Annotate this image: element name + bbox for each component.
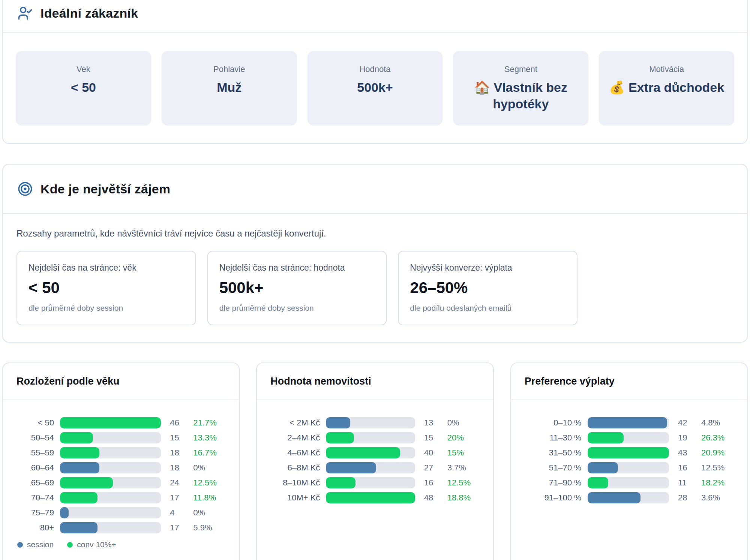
stat-card-label: Hodnota [316,64,435,74]
bar-row-conversion: 0% [193,508,225,518]
bar-fill [588,417,667,428]
bar-fill [588,462,618,473]
bar-row-count: 16 [678,463,695,473]
bar-row-count: 15 [424,433,441,443]
bar-row: 75–7940% [16,507,225,518]
bar-fill [326,477,356,488]
bar-row-label: < 50 [16,418,54,428]
bar-track [588,492,669,503]
range-card-caption: dle průměrné doby session [28,304,184,313]
bar-track [326,462,415,473]
chart-panel-1: Rozložení podle věku< 504621.7%50–541513… [2,362,240,560]
bar-row-count: 17 [170,523,187,533]
interest-title: Kde je největší zájem [40,182,170,196]
ideal-customer-cards: Vek< 50PohlavieMužHodnota500k+Segment🏠 V… [3,33,747,143]
bar-row-label: 4–6M Kč [270,448,320,458]
bar-row-label: < 2M Kč [270,418,320,428]
bar-fill [60,507,69,518]
bar-row-label: 60–64 [16,463,54,473]
bar-fill [588,492,640,503]
stat-card: PohlavieMuž [162,51,297,126]
bar-row: 70–741711.8% [16,492,225,503]
bar-track [326,492,415,503]
target-icon [17,181,33,197]
stat-card-value-text: < 50 [71,80,96,94]
chart-header: Preference výplaty [511,363,747,400]
bar-row-conversion: 20.9% [701,448,734,458]
bar-fill [60,477,113,488]
bar-track [60,507,161,518]
range-card-title: Nejdelší čas na stránce: věk [28,263,184,273]
stat-card-value-text: Extra důchodek [628,80,724,94]
bar-row: 80+175.9% [16,522,225,533]
stat-card-value: < 50 [24,79,143,96]
chart-header: Hodnota nemovitosti [257,363,493,400]
range-card-value: 500k+ [219,279,375,297]
range-card: Nejvyšší konverze: výplata26–50%dle podí… [398,251,578,325]
legend-dot [17,542,23,548]
bar-fill [60,522,98,533]
bar-row-conversion: 0% [193,463,225,473]
stat-card-value-text: Vlastník bez hypotéky [493,80,567,111]
stat-card: Segment🏠 Vlastník bez hypotéky [453,51,588,126]
bar-track [60,477,161,488]
bar-row: < 504621.7% [16,417,225,428]
bar-row: 50–541513.3% [16,432,225,443]
range-card-caption: dle průměrné doby session [219,304,375,313]
chart-panel-3: Preference výplaty0–10 %424.8%11–30 %192… [510,362,748,560]
bar-row-label: 71–90 % [525,478,582,488]
interest-header: Kde je největší zájem [3,165,747,214]
range-card-caption: dle podílu odeslaných emailů [410,304,566,313]
user-check-icon [17,5,33,21]
stat-card-label: Segment [461,64,580,74]
bar-row-conversion: 4.8% [701,418,734,428]
bar-track [60,447,161,458]
stat-card-value: Muž [170,79,289,96]
bar-fill [326,447,400,458]
bar-row-count: 18 [170,448,187,458]
bar-track [588,447,669,458]
bar-fill [326,492,415,503]
bar-row-conversion: 18.2% [701,478,734,488]
bar-row: 0–10 %424.8% [525,417,734,428]
bar-track [588,462,669,473]
bar-track [326,477,415,488]
bar-row-label: 91–100 % [525,493,582,503]
bar-row-count: 27 [424,463,441,473]
range-card: Nejdelší čas na stránce: věk< 50dle prům… [16,251,196,325]
chart-legend: sessionconv 10%+ [16,540,225,549]
bar-row-count: 42 [678,418,695,428]
bar-fill [326,417,350,428]
bar-row-label: 75–79 [16,508,54,518]
bar-track [588,417,669,428]
bar-row-count: 48 [424,493,441,503]
bar-fill [588,447,669,458]
stat-card-value: 500k+ [316,79,435,96]
bar-fill [326,462,376,473]
bar-row-conversion: 12.5% [447,478,480,488]
legend-item: session [17,540,54,549]
bar-row-label: 70–74 [16,493,54,503]
bar-row-conversion: 16.7% [193,448,225,458]
bar-row-count: 19 [678,433,695,443]
bar-row-count: 17 [170,493,187,503]
bar-row-conversion: 13.3% [193,433,225,443]
bar-track [326,447,415,458]
bar-row-label: 10M+ Kč [270,493,320,503]
bar-row-conversion: 0% [447,418,480,428]
bar-fill [588,477,609,488]
bar-row: 91–100 %283.6% [525,492,734,503]
interest-body: Rozsahy parametrů, kde návštěvníci tráví… [3,214,747,342]
bar-row: 55–591816.7% [16,447,225,458]
chart-title: Rozložení podle věku [16,376,225,387]
chart-body: < 2M Kč130%2–4M Kč1520%4–6M Kč4015%6–8M … [257,400,493,560]
bar-row-conversion: 5.9% [193,523,225,533]
bar-fill [60,492,98,503]
chart-body: 0–10 %424.8%11–30 %1926.3%31–50 %4320.9%… [511,400,747,560]
stat-card: Motivácia💰 Extra důchodek [599,51,734,126]
chart-title: Hodnota nemovitosti [270,376,479,387]
bar-row-label: 0–10 % [525,418,582,428]
chart-title: Preference výplaty [525,376,734,387]
bar-row: 71–90 %1118.2% [525,477,734,488]
bar-row-count: 16 [424,478,441,488]
